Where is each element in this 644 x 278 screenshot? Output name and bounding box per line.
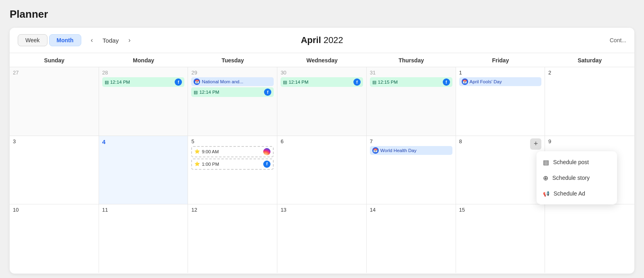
day-number: 13 [281, 207, 363, 213]
events-list: 📅 World Health Day [370, 146, 452, 155]
day-cell-7[interactable]: 7 📅 World Health Day [367, 136, 456, 204]
day-cell-27[interactable]: 27 [10, 67, 99, 136]
month-view-button[interactable]: Month [49, 34, 81, 46]
event-time: 12:14 PM [289, 80, 352, 84]
facebook-icon: f [443, 78, 450, 86]
header-saturday: Saturday [545, 53, 634, 67]
event-time: 9:00 AM [202, 149, 262, 154]
star-icon: ⭐ [194, 161, 200, 167]
event-time: 12:14 PM [199, 90, 262, 95]
week-row-3: 10 11 12 13 14 15 [10, 204, 634, 273]
day-cell-12[interactable]: 12 [188, 204, 277, 273]
weeks-container: 27 28 ▤ 12:14 PM f 29 [10, 67, 634, 273]
facebook-icon: f [175, 78, 182, 86]
day-cell-29[interactable]: 29 📅 National Mom and... ▤ 12:14 PM f [188, 67, 277, 136]
schedule-post-label: Schedule post [553, 159, 589, 165]
event-item[interactable]: 📅 National Mom and... [191, 77, 274, 86]
day-number: 31 [370, 70, 452, 76]
day-cell-31[interactable]: 31 ▤ 12:15 PM f [367, 67, 456, 136]
event-item[interactable]: 📅 April Fools' Day [459, 77, 542, 86]
day-cell-3[interactable]: 3 [10, 136, 99, 204]
schedule-ad-label: Schedule Ad [553, 190, 585, 197]
page-title: Planner [10, 8, 634, 21]
cont-button[interactable]: Cont... [610, 37, 626, 43]
instagram-icon [263, 148, 270, 155]
header-sunday: Sunday [10, 53, 99, 67]
events-list: ▤ 12:15 PM f [370, 77, 452, 87]
event-item[interactable]: ⭐ 9:00 AM [191, 146, 274, 157]
events-list: ▤ 12:14 PM f [102, 77, 185, 87]
add-event-dropdown: Schedule post Schedule story Schedule Ad [537, 151, 617, 204]
calendar-label-icon: 📅 [462, 78, 468, 85]
month-name: April [301, 35, 321, 45]
schedule-story-label: Schedule story [552, 175, 590, 181]
day-number: 15 [459, 207, 542, 213]
header-tuesday: Tuesday [188, 53, 277, 67]
day-cell-11[interactable]: 11 [99, 204, 188, 273]
day-cell-1[interactable]: 1 📅 April Fools' Day [456, 67, 545, 136]
day-number: 27 [13, 70, 95, 76]
schedule-post-item[interactable]: Schedule post [537, 154, 617, 170]
event-item[interactable]: ▤ 12:14 PM f [191, 87, 274, 97]
day-cell-15[interactable]: 15 [456, 204, 545, 273]
day-cell-2[interactable]: 2 [545, 67, 634, 136]
day-number: 30 [281, 70, 363, 76]
day-cell-14[interactable]: 14 [367, 204, 456, 273]
schedule-story-item[interactable]: Schedule story [537, 170, 617, 186]
calendar-header: Week Month ‹ Today › April 2022 Cont... [10, 28, 634, 53]
day-number: 14 [370, 207, 452, 213]
day-number: 3 [13, 138, 95, 144]
day-cell-8[interactable]: 8 + Schedule post Schedule story [456, 136, 545, 204]
day-number: 10 [13, 207, 95, 213]
header-friday: Friday [456, 53, 545, 67]
day-cell-30[interactable]: 30 ▤ 12:14 PM f [277, 67, 367, 136]
day-cell-5[interactable]: 5 ⭐ 9:00 AM ⭐ 1:00 PM f [188, 136, 277, 204]
day-cell-4[interactable]: 4 [99, 136, 188, 204]
day-cell-13[interactable]: 13 [277, 204, 367, 273]
day-number: 7 [370, 138, 452, 144]
event-item[interactable]: ⭐ 1:00 PM f [191, 159, 274, 170]
week-row-1: 27 28 ▤ 12:14 PM f 29 [10, 67, 634, 136]
event-time: 1:00 PM [202, 162, 262, 167]
month-title: April 2022 [301, 35, 343, 45]
week-row-2: 3 4 5 ⭐ 9:00 AM [10, 136, 634, 205]
schedule-post-icon [543, 159, 549, 166]
facebook-icon: f [353, 78, 361, 86]
star-icon: ⭐ [194, 149, 200, 154]
header-thursday: Thursday [367, 53, 456, 67]
next-month-button[interactable]: › [125, 35, 134, 45]
event-type-icon: ▤ [372, 80, 376, 85]
event-text: National Mom and... [202, 79, 271, 84]
add-event-button[interactable]: + [530, 138, 541, 150]
day-number: 29 [191, 70, 274, 76]
event-item[interactable]: ▤ 12:14 PM f [102, 77, 185, 87]
event-item[interactable]: ▤ 12:15 PM f [370, 77, 452, 87]
prev-month-button[interactable]: ‹ [88, 35, 96, 45]
day-cell-28[interactable]: 28 ▤ 12:14 PM f [99, 67, 188, 136]
day-number: 8 [459, 138, 542, 144]
facebook-icon: f [264, 89, 271, 96]
facebook-icon: f [263, 161, 270, 168]
week-view-button[interactable]: Week [18, 34, 47, 46]
day-cell-10[interactable]: 10 [10, 204, 99, 273]
day-cell-16[interactable] [545, 204, 634, 273]
event-type-icon: ▤ [283, 80, 287, 85]
day-number: 28 [102, 70, 185, 76]
calendar-label-icon: 📅 [194, 78, 200, 85]
event-text: World Health Day [380, 148, 450, 153]
header-wednesday: Wednesday [277, 53, 367, 67]
event-type-icon: ▤ [105, 80, 109, 85]
event-time: 12:14 PM [110, 80, 173, 84]
event-item[interactable]: 📅 World Health Day [370, 146, 452, 155]
today-button[interactable]: Today [99, 35, 122, 45]
event-item[interactable]: ▤ 12:14 PM f [281, 77, 363, 87]
header-monday: Monday [99, 53, 188, 67]
day-number: 4 [102, 138, 185, 145]
events-list: ▤ 12:14 PM f [281, 77, 363, 87]
day-number: 5 [191, 138, 274, 144]
schedule-ad-item[interactable]: Schedule Ad [537, 186, 617, 201]
day-number: 9 [548, 138, 631, 144]
event-text: April Fools' Day [470, 79, 539, 84]
app-container: Planner Week Month ‹ Today › April 2022 … [0, 0, 644, 278]
day-cell-6[interactable]: 6 [277, 136, 367, 204]
